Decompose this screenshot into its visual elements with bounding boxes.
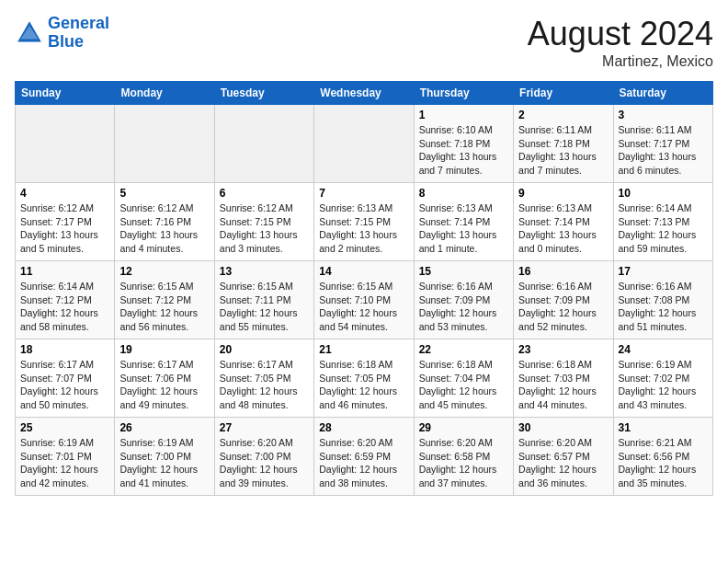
month-title: August 2024 xyxy=(528,15,713,53)
day-number: 27 xyxy=(220,421,309,434)
day-number: 5 xyxy=(119,187,209,200)
day-info: Sunrise: 6:14 AM Sunset: 7:13 PM Dayligh… xyxy=(619,201,708,256)
week-row-5: 25Sunrise: 6:19 AM Sunset: 7:01 PM Dayli… xyxy=(16,418,713,496)
calendar-cell: 2Sunrise: 6:11 AM Sunset: 7:18 PM Daylig… xyxy=(514,105,613,183)
day-number: 24 xyxy=(619,343,708,356)
day-number: 7 xyxy=(319,187,408,200)
logo: General Blue xyxy=(15,15,109,52)
calendar-cell: 28Sunrise: 6:20 AM Sunset: 6:59 PM Dayli… xyxy=(314,418,414,496)
day-info: Sunrise: 6:13 AM Sunset: 7:14 PM Dayligh… xyxy=(419,201,508,256)
day-number: 31 xyxy=(619,421,708,434)
day-info: Sunrise: 6:16 AM Sunset: 7:08 PM Dayligh… xyxy=(619,280,708,334)
week-row-1: 1Sunrise: 6:10 AM Sunset: 7:18 PM Daylig… xyxy=(16,105,713,183)
title-block: August 2024 Martinez, Mexico xyxy=(528,15,713,70)
logo-text: General Blue xyxy=(48,15,109,52)
day-info: Sunrise: 6:12 AM Sunset: 7:15 PM Dayligh… xyxy=(220,201,309,256)
day-number: 29 xyxy=(419,421,508,434)
day-info: Sunrise: 6:19 AM Sunset: 7:00 PM Dayligh… xyxy=(119,436,209,490)
day-number: 13 xyxy=(220,265,309,278)
day-info: Sunrise: 6:15 AM Sunset: 7:10 PM Dayligh… xyxy=(319,280,408,334)
day-info: Sunrise: 6:16 AM Sunset: 7:09 PM Dayligh… xyxy=(419,280,508,334)
calendar-cell: 23Sunrise: 6:18 AM Sunset: 7:03 PM Dayli… xyxy=(514,339,613,418)
header-day-wednesday: Wednesday xyxy=(314,82,414,105)
calendar-cell: 5Sunrise: 6:12 AM Sunset: 7:16 PM Daylig… xyxy=(115,183,214,261)
calendar-cell xyxy=(314,105,414,183)
calendar-cell: 13Sunrise: 6:15 AM Sunset: 7:11 PM Dayli… xyxy=(214,261,313,339)
calendar-cell xyxy=(16,105,115,183)
calendar-cell: 20Sunrise: 6:17 AM Sunset: 7:05 PM Dayli… xyxy=(214,339,313,418)
header-row: SundayMondayTuesdayWednesdayThursdayFrid… xyxy=(16,82,713,105)
header-day-friday: Friday xyxy=(514,82,613,105)
day-number: 28 xyxy=(319,421,408,434)
day-number: 16 xyxy=(518,265,608,278)
day-number: 25 xyxy=(20,421,109,434)
page-header: General Blue August 2024 Martinez, Mexic… xyxy=(15,15,713,70)
calendar-cell: 10Sunrise: 6:14 AM Sunset: 7:13 PM Dayli… xyxy=(613,183,712,261)
day-number: 18 xyxy=(20,343,109,356)
calendar-cell: 12Sunrise: 6:15 AM Sunset: 7:12 PM Dayli… xyxy=(115,261,214,339)
calendar-cell: 27Sunrise: 6:20 AM Sunset: 7:00 PM Dayli… xyxy=(214,418,313,496)
calendar-cell: 19Sunrise: 6:17 AM Sunset: 7:06 PM Dayli… xyxy=(115,339,214,418)
calendar-cell: 24Sunrise: 6:19 AM Sunset: 7:02 PM Dayli… xyxy=(613,339,712,418)
calendar-cell: 16Sunrise: 6:16 AM Sunset: 7:09 PM Dayli… xyxy=(514,261,613,339)
calendar-cell: 7Sunrise: 6:13 AM Sunset: 7:15 PM Daylig… xyxy=(314,183,414,261)
header-day-thursday: Thursday xyxy=(414,82,513,105)
day-number: 9 xyxy=(518,187,608,200)
calendar-body: 1Sunrise: 6:10 AM Sunset: 7:18 PM Daylig… xyxy=(16,105,713,496)
calendar-cell: 1Sunrise: 6:10 AM Sunset: 7:18 PM Daylig… xyxy=(414,105,513,183)
calendar-cell: 9Sunrise: 6:13 AM Sunset: 7:14 PM Daylig… xyxy=(514,183,613,261)
calendar-cell: 11Sunrise: 6:14 AM Sunset: 7:12 PM Dayli… xyxy=(16,261,115,339)
week-row-4: 18Sunrise: 6:17 AM Sunset: 7:07 PM Dayli… xyxy=(16,339,713,418)
calendar-cell: 17Sunrise: 6:16 AM Sunset: 7:08 PM Dayli… xyxy=(613,261,712,339)
calendar-cell: 6Sunrise: 6:12 AM Sunset: 7:15 PM Daylig… xyxy=(214,183,313,261)
location: Martinez, Mexico xyxy=(528,53,713,70)
day-number: 3 xyxy=(619,109,708,121)
calendar-cell: 3Sunrise: 6:11 AM Sunset: 7:17 PM Daylig… xyxy=(613,105,712,183)
day-info: Sunrise: 6:15 AM Sunset: 7:12 PM Dayligh… xyxy=(119,280,209,334)
header-day-saturday: Saturday xyxy=(613,82,712,105)
day-info: Sunrise: 6:17 AM Sunset: 7:07 PM Dayligh… xyxy=(20,358,109,412)
day-info: Sunrise: 6:12 AM Sunset: 7:17 PM Dayligh… xyxy=(20,201,109,256)
day-info: Sunrise: 6:20 AM Sunset: 7:00 PM Dayligh… xyxy=(220,436,309,490)
calendar-cell: 18Sunrise: 6:17 AM Sunset: 7:07 PM Dayli… xyxy=(16,339,115,418)
header-day-tuesday: Tuesday xyxy=(214,82,313,105)
calendar-cell: 15Sunrise: 6:16 AM Sunset: 7:09 PM Dayli… xyxy=(414,261,513,339)
day-info: Sunrise: 6:19 AM Sunset: 7:01 PM Dayligh… xyxy=(20,436,109,490)
day-info: Sunrise: 6:12 AM Sunset: 7:16 PM Dayligh… xyxy=(119,201,209,256)
day-info: Sunrise: 6:21 AM Sunset: 6:56 PM Dayligh… xyxy=(619,436,708,490)
day-number: 23 xyxy=(518,343,608,356)
day-info: Sunrise: 6:11 AM Sunset: 7:17 PM Dayligh… xyxy=(619,123,708,178)
day-number: 6 xyxy=(220,187,309,200)
header-day-monday: Monday xyxy=(115,82,214,105)
day-number: 22 xyxy=(419,343,508,356)
day-number: 20 xyxy=(220,343,309,356)
day-info: Sunrise: 6:13 AM Sunset: 7:14 PM Dayligh… xyxy=(518,201,608,256)
week-row-3: 11Sunrise: 6:14 AM Sunset: 7:12 PM Dayli… xyxy=(16,261,713,339)
day-info: Sunrise: 6:17 AM Sunset: 7:06 PM Dayligh… xyxy=(119,358,209,412)
day-number: 1 xyxy=(419,109,508,121)
header-day-sunday: Sunday xyxy=(16,82,115,105)
day-number: 10 xyxy=(619,187,708,200)
calendar-cell: 4Sunrise: 6:12 AM Sunset: 7:17 PM Daylig… xyxy=(16,183,115,261)
day-number: 12 xyxy=(119,265,209,278)
week-row-2: 4Sunrise: 6:12 AM Sunset: 7:17 PM Daylig… xyxy=(16,183,713,261)
logo-icon xyxy=(15,18,44,48)
day-number: 4 xyxy=(20,187,109,200)
day-info: Sunrise: 6:13 AM Sunset: 7:15 PM Dayligh… xyxy=(319,201,408,256)
day-number: 17 xyxy=(619,265,708,278)
calendar-cell: 14Sunrise: 6:15 AM Sunset: 7:10 PM Dayli… xyxy=(314,261,414,339)
day-info: Sunrise: 6:11 AM Sunset: 7:18 PM Dayligh… xyxy=(518,123,608,178)
day-info: Sunrise: 6:15 AM Sunset: 7:11 PM Dayligh… xyxy=(220,280,309,334)
day-number: 2 xyxy=(518,109,608,121)
calendar-cell xyxy=(214,105,313,183)
day-info: Sunrise: 6:17 AM Sunset: 7:05 PM Dayligh… xyxy=(220,358,309,412)
day-info: Sunrise: 6:19 AM Sunset: 7:02 PM Dayligh… xyxy=(619,358,708,412)
day-info: Sunrise: 6:20 AM Sunset: 6:59 PM Dayligh… xyxy=(319,436,408,490)
calendar-cell xyxy=(115,105,214,183)
day-info: Sunrise: 6:18 AM Sunset: 7:05 PM Dayligh… xyxy=(319,358,408,412)
calendar-cell: 22Sunrise: 6:18 AM Sunset: 7:04 PM Dayli… xyxy=(414,339,513,418)
calendar-cell: 8Sunrise: 6:13 AM Sunset: 7:14 PM Daylig… xyxy=(414,183,513,261)
day-info: Sunrise: 6:20 AM Sunset: 6:57 PM Dayligh… xyxy=(518,436,608,490)
calendar-cell: 21Sunrise: 6:18 AM Sunset: 7:05 PM Dayli… xyxy=(314,339,414,418)
day-info: Sunrise: 6:20 AM Sunset: 6:58 PM Dayligh… xyxy=(419,436,508,490)
